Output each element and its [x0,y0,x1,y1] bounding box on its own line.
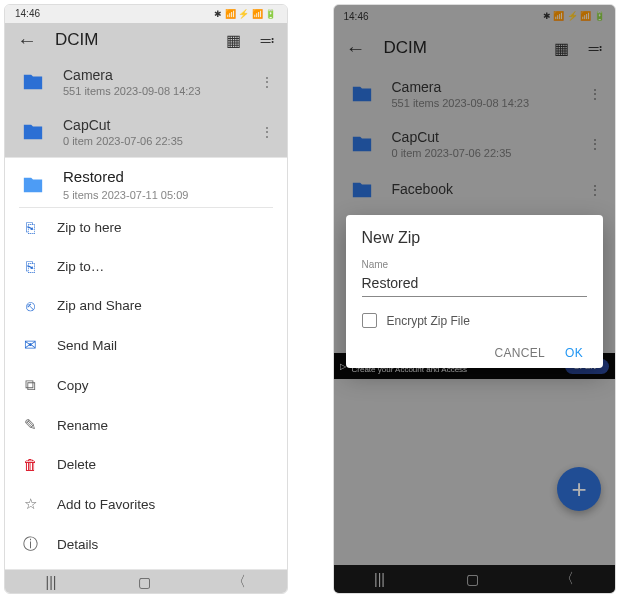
folder-icon [19,121,47,143]
phone-left: 14:46 ✱ 📶 ⚡ 📶 🔋 ← DCIM ▦ ≕ Camera 551 it… [4,4,288,594]
action-icon: ⧉ [21,376,39,394]
action-copy[interactable]: ⧉Copy [5,365,287,405]
action-icon: ✉ [21,336,39,354]
action-details[interactable]: ⓘDetails [5,524,287,565]
checkbox-icon[interactable] [362,313,377,328]
home-button[interactable]: ▢ [138,574,151,590]
status-bar: 14:46 ✱ 📶 ⚡ 📶 🔋 [5,5,287,23]
action-label: Add to Favorites [57,497,155,512]
action-zip-to-[interactable]: ⎘Zip to… [5,247,287,286]
action-label: Details [57,537,98,552]
folder-meta: 551 items 2023-09-08 14:23 [63,85,244,97]
back-icon[interactable]: ← [17,29,37,52]
status-icons: ✱ 📶 ⚡ 📶 🔋 [214,9,276,19]
cancel-button[interactable]: CANCEL [495,346,545,360]
phone-right: 14:46 ✱ 📶 ⚡ 📶 🔋 ← DCIM ▦ ≕ Camera551 ite… [333,4,617,594]
folder-row[interactable]: CapCut 0 item 2023-07-06 22:35 ⋮ [5,107,287,157]
zip-name-input[interactable] [362,272,588,297]
context-menu-panel: Restored 5 items 2023-07-11 05:09 ⎘Zip t… [5,157,287,570]
dialog-title: New Zip [362,229,588,247]
action-icon: ⎘ [21,258,39,275]
action-send-mail[interactable]: ✉Send Mail [5,325,287,365]
folder-meta: 0 item 2023-07-06 22:35 [63,135,244,147]
action-label: Zip to here [57,220,122,235]
app-header: ← DCIM ▦ ≕ [5,23,287,57]
overflow-icon[interactable]: ⋮ [260,74,273,90]
action-icon: ⎘ [21,219,39,236]
action-label: Zip and Share [57,298,142,313]
page-title: DCIM [55,30,208,50]
folder-name: Camera [63,67,244,83]
folder-icon [19,174,47,196]
action-delete[interactable]: 🗑Delete [5,445,287,484]
selected-meta: 5 items 2023-07-11 05:09 [63,189,273,201]
new-zip-dialog: New Zip Name Encrypt Zip File CANCEL OK [346,215,604,368]
folder-name: CapCut [63,117,244,133]
action-label: Send Mail [57,338,117,353]
action-rename[interactable]: ✎Rename [5,405,287,445]
action-label: Zip to… [57,259,104,274]
action-zip-to-here[interactable]: ⎘Zip to here [5,208,287,247]
sort-icon[interactable]: ≕ [259,31,275,50]
dialog-field-label: Name [362,259,588,270]
action-label: Copy [57,378,89,393]
action-icon: ☆ [21,495,39,513]
action-add-to-favorites[interactable]: ☆Add to Favorites [5,484,287,524]
action-icon: 🗑 [21,456,39,473]
folder-icon [19,71,47,93]
nav-bar: ||| ▢ 〈 [5,570,287,593]
action-icon: ⎋ [21,297,39,314]
back-button[interactable]: 〈 [232,573,246,591]
selected-folder: Restored 5 items 2023-07-11 05:09 [5,158,287,207]
selected-name: Restored [63,168,273,185]
action-icon: ✎ [21,416,39,434]
encrypt-checkbox-row[interactable]: Encrypt Zip File [362,313,588,328]
action-icon: ⓘ [21,535,39,554]
ok-button[interactable]: OK [565,346,583,360]
encrypt-label: Encrypt Zip File [387,314,470,328]
overflow-icon[interactable]: ⋮ [260,124,273,140]
action-zip-and-share[interactable]: ⎋Zip and Share [5,286,287,325]
status-time: 14:46 [15,8,40,19]
folder-row[interactable]: Camera 551 items 2023-09-08 14:23 ⋮ [5,57,287,107]
recents-button[interactable]: ||| [46,574,57,590]
action-label: Delete [57,457,96,472]
grid-view-icon[interactable]: ▦ [226,31,241,50]
action-label: Rename [57,418,108,433]
